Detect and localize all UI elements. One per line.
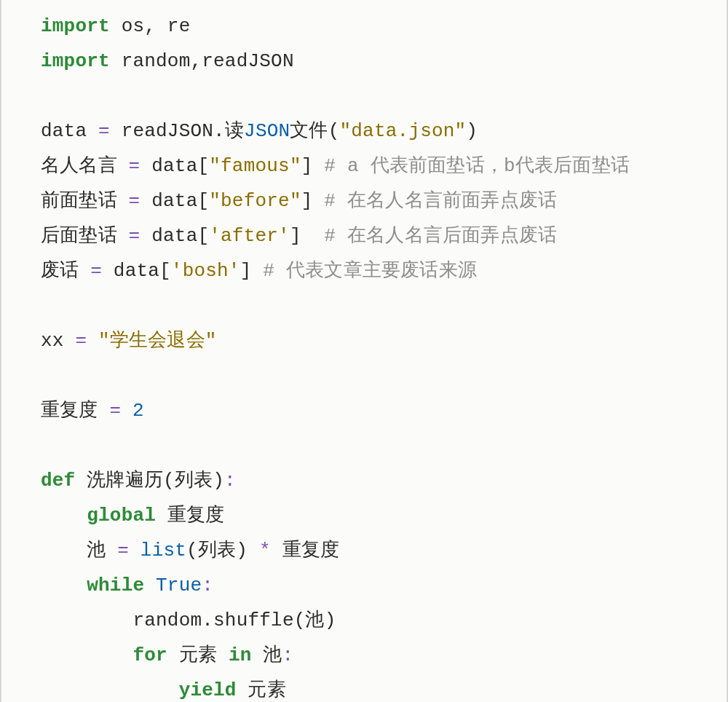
code-line: 重复度 = 2 [41,400,144,422]
string-literal: "famous" [209,155,301,177]
string-literal: "data.json" [340,120,467,142]
builtin-true: True [156,575,202,596]
code-block: import os, re import random,readJSON dat… [1,9,727,702]
code-line: 池 = list(列表) * 重复度 [41,540,339,561]
keyword-in: in [229,644,252,666]
code-line: xx = "学生会退会" [41,330,217,352]
code-line: 名人名言 = data["famous"] # a 代表前面垫话，b代表后面垫话 [41,155,630,177]
code-line: import random,readJSON [41,50,294,72]
comment: # a 代表前面垫话，b代表后面垫话 [324,155,630,177]
code-viewer: import os, re import random,readJSON dat… [0,0,728,702]
code-line: 前面垫话 = data["before"] # 在名人名言前面弄点废话 [41,190,557,212]
keyword-import: import [41,50,110,72]
code-line: while True: [41,575,213,596]
number-literal: 2 [132,400,144,422]
code-line: import os, re [41,15,190,37]
string-literal: 'after' [209,225,290,247]
code-line: 后面垫话 = data['after'] # 在名人名言后面弄点废话 [41,225,557,247]
keyword-import: import [41,15,110,37]
keyword-for: for [132,644,167,666]
keyword-while: while [87,575,144,596]
code-line: 废话 = data['bosh'] # 代表文章主要废话来源 [41,260,477,282]
keyword-yield: yield [179,679,237,701]
comment: # 在名人名言后面弄点废话 [324,225,557,247]
string-literal: "before" [209,190,301,212]
comment: # 代表文章主要废话来源 [263,260,477,282]
string-literal: 'bosh' [171,260,240,282]
code-line: yield 元素 [41,679,286,701]
code-line: def 洗牌遍历(列表): [41,470,236,492]
string-literal: "学生会退会" [98,330,217,352]
comment: # 在名人名言前面弄点废话 [324,190,557,212]
code-line: global 重复度 [41,505,224,526]
code-line: random.shuffle(池) [41,610,336,631]
keyword-global: global [87,505,156,526]
builtin-list: list [141,540,186,561]
keyword-def: def [41,470,75,492]
code-line: data = readJSON.读JSON文件("data.json") [41,120,478,142]
code-line: for 元素 in 池: [41,644,293,666]
